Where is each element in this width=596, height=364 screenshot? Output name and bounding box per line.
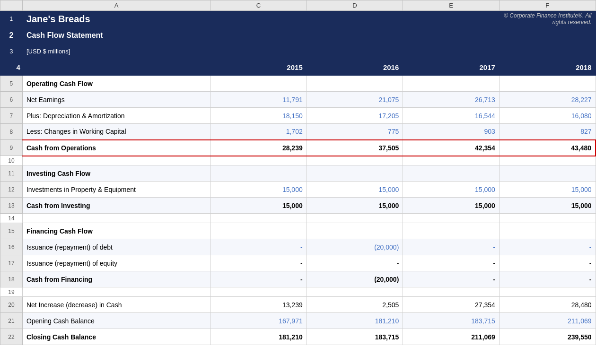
- equity-2018: -: [499, 255, 596, 271]
- ops-2017: 42,354: [403, 140, 500, 156]
- subtitle-row: 3 [USD $ millions]: [0, 43, 596, 60]
- row-num-4: 4: [0, 60, 23, 76]
- cell-5f: [499, 76, 596, 92]
- wc-2018: 827: [499, 124, 596, 140]
- cell-5e: [403, 76, 500, 92]
- open-2016: 181,210: [307, 313, 403, 329]
- open-2018: 211,069: [499, 313, 596, 329]
- debt-2017: -: [403, 239, 500, 255]
- row-num-11: 11: [0, 165, 23, 182]
- row-num-20: 20: [0, 297, 23, 313]
- row-num-21: 21: [0, 313, 23, 329]
- net-increase-cash-row: 20 Net Increase (decrease) in Cash 13,23…: [0, 297, 596, 313]
- net-2015: 13,239: [210, 297, 307, 313]
- dep-2015: 18,150: [210, 108, 307, 124]
- issuance-debt-label: Issuance (repayment) of debt: [22, 239, 210, 255]
- ppe-2018: 15,000: [499, 182, 596, 198]
- spreadsheet: A C D E F 1 Jane's Breads © Corporate Fi…: [0, 0, 596, 345]
- row-num-6: 6: [0, 92, 23, 108]
- currency-label: [USD $ millions]: [22, 43, 596, 60]
- issuance-debt-row: 16 Issuance (repayment) of debt - (20,00…: [0, 239, 596, 255]
- row-num-5: 5: [0, 76, 23, 92]
- cell-19e: [403, 287, 500, 297]
- working-capital-label: Less: Changes in Working Capital: [22, 124, 210, 140]
- row-num-8: 8: [0, 124, 23, 140]
- col-c-header: C: [210, 0, 307, 11]
- net-2017: 27,354: [403, 297, 500, 313]
- cell-19a: [22, 287, 210, 297]
- row-num-19: 19: [0, 287, 23, 297]
- cell-14e: [403, 214, 500, 223]
- dep-2017: 16,544: [403, 108, 500, 124]
- ppe-2015: 15,000: [210, 182, 307, 198]
- opening-balance-row: 21 Opening Cash Balance 167,971 181,210 …: [0, 313, 596, 329]
- year-2017: 2017: [403, 60, 500, 76]
- cell-19c: [210, 287, 307, 297]
- row-num-7: 7: [0, 108, 23, 124]
- investing-cashflow-header-row: 11 Investing Cash Flow: [0, 165, 596, 182]
- ops-2015: 28,239: [210, 140, 307, 156]
- issuance-equity-label: Issuance (repayment) of equity: [22, 255, 210, 271]
- wc-2015: 1,702: [210, 124, 307, 140]
- company-row: 1 Jane's Breads © Corporate Finance Inst…: [0, 11, 596, 27]
- net-earnings-2018: 28,227: [499, 92, 596, 108]
- cell-19f: [499, 287, 596, 297]
- depreciation-label: Plus: Depreciation & Amortization: [22, 108, 210, 124]
- company-name: Jane's Breads: [22, 11, 210, 27]
- ops-2016: 37,505: [307, 140, 403, 156]
- year-2018: 2018: [499, 60, 596, 76]
- cash-from-investing-row: 13 Cash from Investing 15,000 15,000 15,…: [0, 198, 596, 214]
- cell-10f: [499, 156, 596, 165]
- year-header-row: 4 2015 2016 2017 2018: [0, 60, 596, 76]
- operating-cashflow-label: Operating Cash Flow: [22, 76, 210, 92]
- issuance-equity-row: 17 Issuance (repayment) of equity - - - …: [0, 255, 596, 271]
- statement-title: Cash Flow Statement: [22, 27, 596, 43]
- financing-cashflow-label: Financing Cash Flow: [22, 223, 210, 239]
- row-num-2: 2: [0, 27, 23, 43]
- wc-2017: 903: [403, 124, 500, 140]
- column-headers: A C D E F: [0, 0, 596, 11]
- year-2016: 2016: [307, 60, 403, 76]
- net-earnings-2015: 11,791: [210, 92, 307, 108]
- col-a-header: A: [22, 0, 210, 11]
- open-2015: 167,971: [210, 313, 307, 329]
- close-2016: 183,715: [307, 329, 403, 345]
- debt-2018: -: [499, 239, 596, 255]
- row-num-16: 16: [0, 239, 23, 255]
- cell-14c: [210, 214, 307, 223]
- inv-2018: 15,000: [499, 198, 596, 214]
- investing-cashflow-label: Investing Cash Flow: [22, 165, 210, 182]
- col-f-header: F: [499, 0, 596, 11]
- cell-19d: [307, 287, 403, 297]
- debt-2015: -: [210, 239, 307, 255]
- cash-from-operations-row: 9 Cash from Operations 28,239 37,505 42,…: [0, 140, 596, 156]
- row-num-17: 17: [0, 255, 23, 271]
- cell-10e: [403, 156, 500, 165]
- cell-11d: [307, 165, 403, 182]
- year-label-empty: [22, 60, 210, 76]
- title-row: 2 Cash Flow Statement: [0, 27, 596, 43]
- dep-2016: 17,205: [307, 108, 403, 124]
- financing-cashflow-header-row: 15 Financing Cash Flow: [0, 223, 596, 239]
- net-earnings-2017: 26,713: [403, 92, 500, 108]
- cell-15d: [307, 223, 403, 239]
- row-num-18: 18: [0, 271, 23, 287]
- cell-15c: [210, 223, 307, 239]
- row-num-15: 15: [0, 223, 23, 239]
- copyright-text: © Corporate Finance Institute®. All righ…: [499, 11, 596, 27]
- cell-1e: [403, 11, 500, 27]
- investments-ppe-label: Investments in Property & Equipment: [22, 182, 210, 198]
- row-num-9: 9: [0, 140, 23, 156]
- cash-from-financing-label: Cash from Financing: [22, 271, 210, 287]
- fin-2017: -: [403, 271, 500, 287]
- inv-2017: 15,000: [403, 198, 500, 214]
- ppe-2017: 15,000: [403, 182, 500, 198]
- corner-cell: [0, 0, 23, 11]
- cell-10d: [307, 156, 403, 165]
- depreciation-row: 7 Plus: Depreciation & Amortization 18,1…: [0, 108, 596, 124]
- cell-10c: [210, 156, 307, 165]
- open-2017: 183,715: [403, 313, 500, 329]
- closing-balance-row: 22 Closing Cash Balance 181,210 183,715 …: [0, 329, 596, 345]
- equity-2017: -: [403, 255, 500, 271]
- cell-1c: [210, 11, 307, 27]
